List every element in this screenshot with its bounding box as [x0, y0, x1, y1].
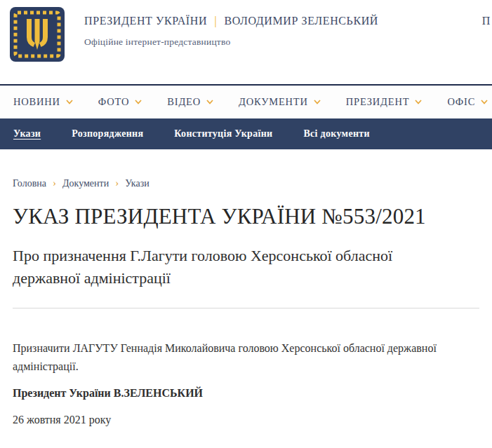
nav-label: ДОКУМЕНТИ	[239, 96, 308, 108]
breadcrumb-home[interactable]: Головна	[13, 178, 46, 189]
breadcrumb-separator-icon: ›	[115, 177, 119, 189]
nav-item-ofis[interactable]: ОФІС	[447, 96, 488, 108]
nav-item-video[interactable]: ВІДЕО	[167, 96, 213, 108]
nav-item-prezydent[interactable]: ПРЕЗИДЕНТ	[346, 96, 423, 108]
brand-subtitle: Офіційне інтернет-представництво	[84, 36, 378, 48]
brand-block: ПРЕЗИДЕНТ УКРАЇНИ | ВОЛОДИМИР ЗЕЛЕНСЬКИЙ…	[84, 7, 378, 48]
nav-label: ВІДЕО	[167, 96, 201, 108]
brand-person-name[interactable]: ВОЛОДИМИР ЗЕЛЕНСЬКИЙ	[224, 15, 378, 27]
brand-title[interactable]: ПРЕЗИДЕНТ УКРАЇНИ	[84, 15, 207, 27]
chevron-down-icon	[66, 100, 73, 104]
subnav-item-vsi-dokumenty[interactable]: Всі документи	[303, 128, 369, 140]
decree-body-text: Призначити ЛАГУТУ Геннадія Миколайовича …	[13, 339, 448, 376]
subnav-item-ukazy[interactable]: Укази	[13, 128, 41, 140]
main-navigation: НОВИНИ ФОТО ВІДЕО ДОКУМЕНТИ ПРЕЗИДЕНТ ОФ…	[0, 84, 492, 118]
breadcrumb: Головна › Документи › Укази	[13, 177, 479, 189]
nav-label: ФОТО	[98, 96, 129, 108]
brand-separator: |	[215, 14, 217, 28]
header-clipped-text[interactable]: П	[482, 15, 491, 27]
chevron-down-icon	[135, 100, 142, 104]
content-divider	[13, 308, 479, 308]
decree-date: 26 жовтня 2021 року	[13, 414, 479, 426]
breadcrumb-documents[interactable]: Документи	[62, 178, 109, 189]
chevron-down-icon	[481, 100, 488, 104]
nav-item-dokumenty[interactable]: ДОКУМЕНТИ	[239, 96, 321, 108]
breadcrumb-decrees[interactable]: Укази	[125, 178, 149, 189]
ukraine-trident-icon	[10, 7, 65, 62]
subnav-item-konstytutsiya[interactable]: Конституція України	[174, 128, 272, 140]
decree-subtitle: Про призначення Г.Лагути головою Херсонс…	[13, 245, 434, 290]
coat-of-arms-logo[interactable]	[10, 7, 65, 62]
chevron-down-icon	[415, 100, 422, 104]
site-header: ПРЕЗИДЕНТ УКРАЇНИ | ВОЛОДИМИР ЗЕЛЕНСЬКИЙ…	[0, 0, 492, 84]
chevron-down-icon	[314, 100, 321, 104]
breadcrumb-separator-icon: ›	[53, 177, 56, 189]
documents-subnav: Укази Розпорядження Конституція України …	[0, 118, 492, 149]
nav-label: НОВИНИ	[13, 96, 60, 108]
main-content: Головна › Документи › Укази УКАЗ ПРЕЗИДЕ…	[0, 177, 492, 426]
nav-label: ПРЕЗИДЕНТ	[346, 96, 410, 108]
nav-item-foto[interactable]: ФОТО	[98, 96, 142, 108]
decree-title: УКАЗ ПРЕЗИДЕНТА УКРАЇНИ №553/2021	[13, 204, 479, 229]
nav-label: ОФІС	[447, 96, 475, 108]
nav-item-novyny[interactable]: НОВИНИ	[13, 96, 73, 108]
decree-signature: Президент України В.ЗЕЛЕНСЬКИЙ	[13, 387, 479, 400]
subnav-item-rozporyadzhennya[interactable]: Розпорядження	[72, 128, 143, 140]
chevron-down-icon	[206, 100, 213, 104]
